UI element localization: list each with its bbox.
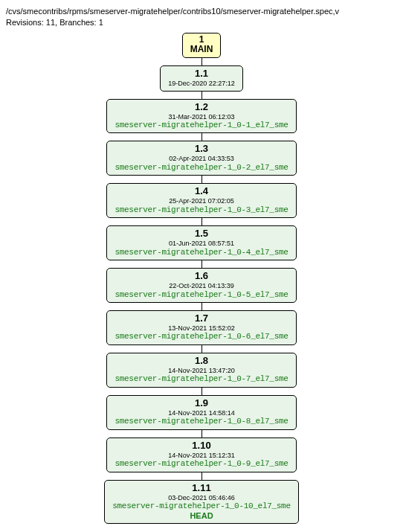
revision-node[interactable]: 1.9 14-Nov-2021 14:58:14 smeserver-migra… [106,395,296,430]
connector [202,58,202,65]
revision-number: 1.9 [115,398,288,409]
connector [202,133,202,141]
revision-date: 13-Nov-2021 15:52:02 [115,324,288,332]
connector [202,472,202,480]
revision-number: 1.5 [115,228,288,240]
revision-node[interactable]: 1.8 14-Nov-2021 13:47:20 smeserver-migra… [106,353,296,388]
revision-tag: smeserver-migratehelper-1_0-4_el7_sme [115,248,288,257]
revision-tag: smeserver-migratehelper-1_0-10_el7_sme [112,501,290,511]
revision-number: 1.2 [115,102,288,113]
file-header: /cvs/smecontribs/rpms/smeserver-migrateh… [6,6,397,28]
revision-date: 01-Jun-2021 08:57:51 [115,240,288,247]
revision-node[interactable]: 1.4 25-Apr-2021 07:02:05 smeserver-migra… [106,183,296,218]
revision-date: 14-Nov-2021 13:47:20 [115,367,288,374]
revision-node[interactable]: 1.10 14-Nov-2021 15:12:31 smeserver-migr… [106,438,296,472]
revision-node[interactable]: 1.3 02-Apr-2021 04:33:53 smeserver-migra… [106,141,296,176]
connector [202,388,202,395]
revision-node[interactable]: 1.7 13-Nov-2021 15:52:02 smeserver-migra… [106,310,296,345]
revision-tag: smeserver-migratehelper-1_0-6_el7_sme [115,332,288,342]
revision-node[interactable]: 1.5 01-Jun-2021 08:57:51 smeserver-migra… [106,225,296,260]
revision-date: 03-Dec-2021 05:46:46 [112,494,290,501]
revision-tag: smeserver-migratehelper-1_0-5_el7_sme [115,290,288,300]
connector [202,345,202,353]
branch-name: MAIN [190,45,213,55]
revision-number: 1.3 [115,144,288,155]
connector [202,430,202,438]
revision-date: 19-Dec-2020 22:27:12 [168,80,235,87]
revision-number: 1.1 [168,68,235,80]
revision-number: 1.11 [112,483,290,494]
revision-tag: smeserver-migratehelper-1_0-2_el7_sme [115,163,288,173]
connector [202,92,202,99]
revision-date: 14-Nov-2021 14:58:14 [115,409,288,417]
branch-node-main[interactable]: 1 MAIN [182,33,222,59]
revision-number: 1.4 [115,186,288,197]
revision-date: 02-Apr-2021 04:33:53 [115,155,288,162]
revision-number: 1.7 [115,313,288,324]
revision-date: 25-Apr-2021 07:02:05 [115,197,288,205]
connector [202,176,202,183]
revision-number: 1.6 [115,271,288,282]
revision-tag: smeserver-migratehelper-1_0-7_el7_sme [115,374,288,384]
revision-graph: 1 MAIN 1.1 19-Dec-2020 22:27:12 1.2 31-M… [6,33,397,525]
connector [202,303,202,310]
file-path: /cvs/smecontribs/rpms/smeserver-migrateh… [6,7,339,16]
revision-tag: smeserver-migratehelper-1_0-1_el7_sme [115,121,288,130]
revision-number: 1.8 [115,356,288,367]
branch-number: 1 [190,35,213,45]
head-label: HEAD [112,511,290,521]
revision-date: 31-Mar-2021 06:12:03 [115,113,288,121]
revision-date: 22-Oct-2021 04:13:39 [115,282,288,289]
revision-node[interactable]: 1.1 19-Dec-2020 22:27:12 [160,65,243,91]
revision-tag: smeserver-migratehelper-1_0-3_el7_sme [115,205,288,215]
revision-node[interactable]: 1.6 22-Oct-2021 04:13:39 smeserver-migra… [106,268,296,303]
connector [202,218,202,225]
revision-tag: smeserver-migratehelper-1_0-9_el7_sme [115,459,288,469]
revision-node-head[interactable]: 1.11 03-Dec-2021 05:46:46 smeserver-migr… [104,480,298,525]
revision-number: 1.10 [115,440,288,452]
revision-node[interactable]: 1.2 31-Mar-2021 06:12:03 smeserver-migra… [106,99,296,134]
file-meta: Revisions: 11, Branches: 1 [6,18,103,27]
revision-tag: smeserver-migratehelper-1_0-8_el7_sme [115,417,288,426]
revision-date: 14-Nov-2021 15:12:31 [115,452,288,459]
connector [202,260,202,268]
